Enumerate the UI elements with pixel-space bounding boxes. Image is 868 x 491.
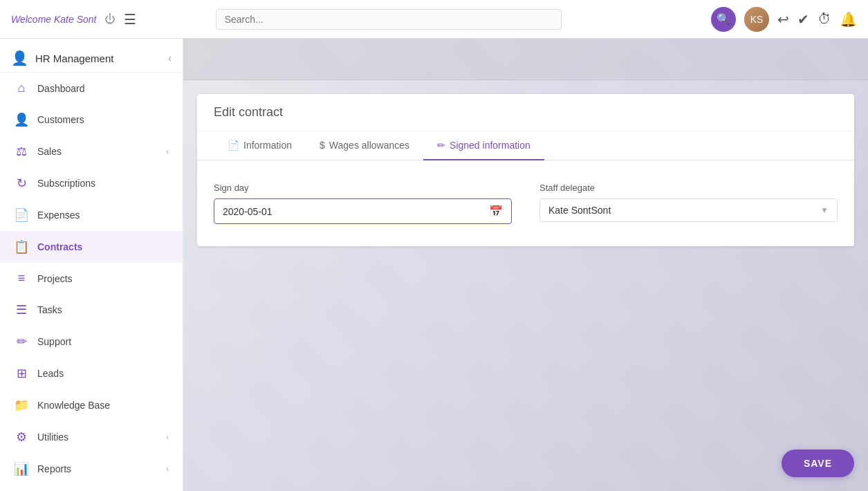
document-icon: 📄 [228,140,239,151]
chevron-down-icon: ‹ [166,147,169,156]
avatar-image: KS [744,7,769,32]
tab-information[interactable]: 📄 Information [214,131,306,160]
sidebar-item-label: Tasks [37,304,62,315]
dollar-icon: $ [320,140,325,151]
form-row: Sign day 📅 Staff delegate Kate SontSont … [214,183,838,224]
utilities-icon: ⚙ [14,429,29,445]
tab-signed-information[interactable]: ✏ Signed information [423,131,544,160]
sidebar-item-label: Support [37,336,71,347]
staff-delegate-group: Staff delegate Kate SontSont ▼ [539,183,838,224]
sign-day-input[interactable] [223,206,489,217]
search-button[interactable]: 🔍 [711,7,736,32]
tab-wages-label: Wages allowances [329,140,409,151]
search-input[interactable] [216,9,562,30]
tab-information-label: Information [243,140,292,151]
chevron-down-icon: ‹ [166,464,169,474]
user-icon: 👤 [11,50,28,66]
avatar[interactable]: KS [744,7,769,32]
staff-delegate-value: Kate SontSont [548,205,820,216]
card-container: Edit contract 📄 Information $ Wages allo… [183,80,868,491]
sidebar-item-label: Leads [37,368,64,379]
reply-icon[interactable]: ↩ [777,11,789,28]
sidebar-item-setup[interactable]: ⚙ Setup [0,485,183,491]
calendar-icon[interactable]: 📅 [489,205,503,218]
sign-day-label: Sign day [214,183,512,193]
dashboard-icon: ⌂ [14,81,29,95]
projects-icon: ≡ [14,271,29,286]
sign-day-input-wrap[interactable]: 📅 [214,198,512,224]
contracts-icon: 📋 [14,239,29,254]
sidebar-item-label: Customers [37,114,84,125]
staff-delegate-select-wrap[interactable]: Kate SontSont ▼ [539,198,838,222]
customers-icon: 👤 [14,112,29,127]
card-title-bar: Edit contract [197,94,854,131]
pencil-icon: ✏ [437,140,445,151]
tab-wages-allowances[interactable]: $ Wages allowances [306,131,423,160]
chevron-down-icon: ‹ [166,432,169,442]
sidebar-item-label: Contracts [37,241,82,252]
sidebar-item-reports[interactable]: 📊 Reports ‹ [0,453,183,485]
page-title: Edit contract [214,105,283,119]
menu-icon[interactable]: ☰ [124,11,136,28]
sidebar-item-projects[interactable]: ≡ Projects [0,263,183,294]
tab-signed-label: Signed information [450,140,530,151]
sidebar-header-title: 👤 HR Management [11,50,113,66]
sign-day-group: Sign day 📅 [214,183,512,224]
sales-icon: ⚖ [14,144,29,159]
form-content: Sign day 📅 Staff delegate Kate SontSont … [197,160,854,246]
topbar: Welcome Kate Sont ⏻ ☰ 🔍 KS ↩ ✔ ⏱ 🔔 [0,0,868,39]
sidebar-item-dashboard[interactable]: ⌂ Dashboard [0,73,183,104]
clock-icon[interactable]: ⏱ [818,11,831,27]
main-layout: 👤 HR Management ‹ ⌂ Dashboard 👤 Customer… [0,39,868,491]
sidebar-item-utilities[interactable]: ⚙ Utilities ‹ [0,421,183,453]
sidebar-item-sales[interactable]: ⚖ Sales ‹ [0,136,183,167]
sidebar-item-leads[interactable]: ⊞ Leads [0,358,183,389]
sidebar-item-label: Expenses [37,210,80,221]
sidebar-item-label: Dashboard [37,83,85,94]
sidebar-item-label: Projects [37,273,73,284]
reports-icon: 📊 [14,461,29,476]
bell-icon[interactable]: 🔔 [840,11,857,28]
support-icon: ✏ [14,334,29,349]
subscriptions-icon: ↻ [14,176,29,191]
sidebar-item-customers[interactable]: 👤 Customers [0,104,183,136]
power-icon[interactable]: ⏻ [104,13,116,26]
sidebar-item-label: Reports [37,463,71,474]
sidebar: 👤 HR Management ‹ ⌂ Dashboard 👤 Customer… [0,39,183,491]
knowledge-base-icon: 📁 [14,398,29,413]
check-icon[interactable]: ✔ [797,11,809,28]
content-top-strip [183,39,868,80]
edit-contract-card: Edit contract 📄 Information $ Wages allo… [197,94,854,246]
expenses-icon: 📄 [14,207,29,223]
sidebar-item-label: Utilities [37,432,68,443]
tasks-icon: ☰ [14,302,29,317]
chevron-down-icon: ▼ [820,205,829,215]
sidebar-item-subscriptions[interactable]: ↻ Subscriptions [0,167,183,199]
leads-icon: ⊞ [14,366,29,381]
welcome-text: Welcome Kate Sont [11,14,96,25]
tabs: 📄 Information $ Wages allowances ✏ Signe… [197,131,854,160]
sidebar-header: 👤 HR Management ‹ [0,39,183,73]
topbar-actions: 🔍 KS ↩ ✔ ⏱ 🔔 [711,7,857,32]
sidebar-item-label: Subscriptions [37,178,95,189]
sidebar-item-support[interactable]: ✏ Support [0,326,183,358]
sidebar-item-label: Knowledge Base [37,400,110,411]
content-area: Edit contract 📄 Information $ Wages allo… [183,39,868,491]
sidebar-item-expenses[interactable]: 📄 Expenses [0,199,183,231]
sidebar-item-contracts[interactable]: 📋 Contracts [0,231,183,263]
sidebar-item-tasks[interactable]: ☰ Tasks [0,294,183,326]
sidebar-collapse-icon[interactable]: ‹ [168,53,172,64]
staff-delegate-label: Staff delegate [539,183,838,193]
sidebar-item-label: Sales [37,146,62,157]
sidebar-item-knowledge-base[interactable]: 📁 Knowledge Base [0,389,183,421]
sidebar-title: HR Management [35,53,113,64]
